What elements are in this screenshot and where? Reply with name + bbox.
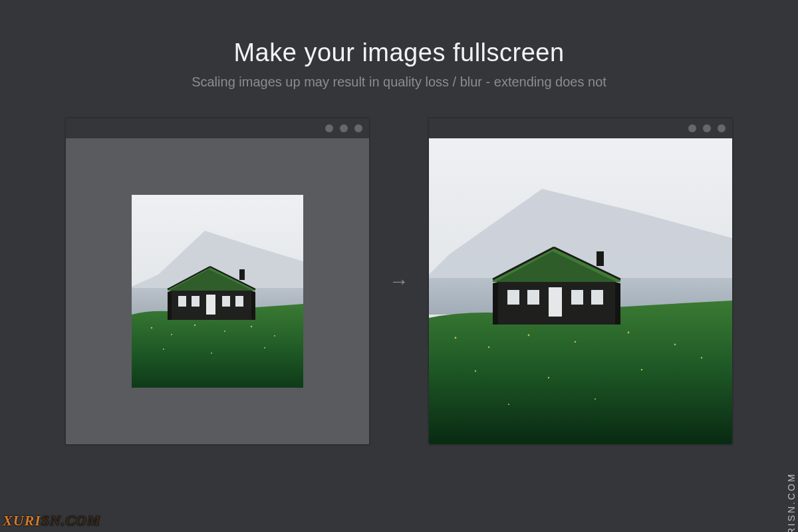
watermark-bottom-part-a: XURI (3, 512, 41, 529)
svg-marker-29 (493, 282, 498, 325)
window-dot-icon (325, 124, 333, 132)
svg-point-42 (575, 341, 577, 343)
svg-point-44 (674, 344, 676, 346)
svg-rect-32 (527, 290, 539, 305)
window-dot-icon (354, 124, 362, 132)
comparison-row: → (0, 117, 798, 446)
svg-point-40 (488, 346, 490, 348)
svg-point-22 (211, 352, 212, 354)
landscape-image-small (132, 195, 303, 388)
svg-point-15 (151, 327, 152, 329)
svg-rect-10 (222, 296, 230, 307)
before-viewport (66, 138, 369, 444)
svg-point-41 (528, 334, 530, 336)
svg-point-23 (264, 347, 265, 348)
svg-marker-5 (168, 291, 172, 320)
svg-rect-33 (549, 287, 562, 317)
svg-point-43 (628, 332, 630, 334)
page-subtitle: Scaling images up may result in quality … (0, 74, 798, 90)
after-titlebar (429, 118, 732, 138)
svg-rect-11 (235, 296, 243, 307)
svg-rect-7 (178, 296, 186, 307)
svg-point-47 (641, 369, 642, 370)
svg-rect-31 (507, 290, 519, 305)
window-dot-icon (688, 124, 696, 132)
stage: Make your images fullscreen Scaling imag… (0, 0, 798, 532)
window-dot-icon (340, 124, 348, 132)
watermark-bottom-part-b: SN.COM (41, 512, 101, 529)
svg-point-16 (171, 334, 172, 335)
window-dot-icon (703, 124, 711, 132)
watermark-bottom: XURISN.COM (3, 512, 101, 529)
svg-point-48 (701, 357, 702, 358)
svg-point-21 (163, 348, 164, 350)
svg-point-46 (548, 377, 549, 378)
before-titlebar (66, 118, 369, 138)
svg-rect-8 (192, 296, 200, 307)
svg-rect-34 (571, 290, 583, 305)
svg-point-17 (194, 325, 196, 326)
svg-rect-36 (597, 251, 604, 266)
svg-point-19 (251, 326, 252, 327)
svg-point-18 (224, 331, 225, 332)
before-window (65, 117, 370, 446)
svg-point-50 (508, 404, 509, 405)
svg-point-39 (455, 337, 457, 339)
svg-rect-12 (239, 269, 245, 280)
watermark-vertical: XURISN.COM (786, 472, 797, 532)
svg-marker-30 (615, 282, 620, 325)
svg-point-45 (475, 370, 476, 372)
svg-marker-6 (251, 291, 255, 320)
after-viewport (429, 138, 732, 444)
page-title: Make your images fullscreen (0, 39, 798, 67)
svg-point-20 (274, 335, 275, 336)
after-window (428, 117, 733, 446)
svg-rect-35 (591, 290, 603, 305)
svg-rect-9 (206, 295, 215, 315)
window-dot-icon (718, 124, 726, 132)
arrow-right-icon: → (389, 271, 409, 291)
svg-point-49 (595, 398, 596, 400)
landscape-image-full (429, 138, 732, 444)
